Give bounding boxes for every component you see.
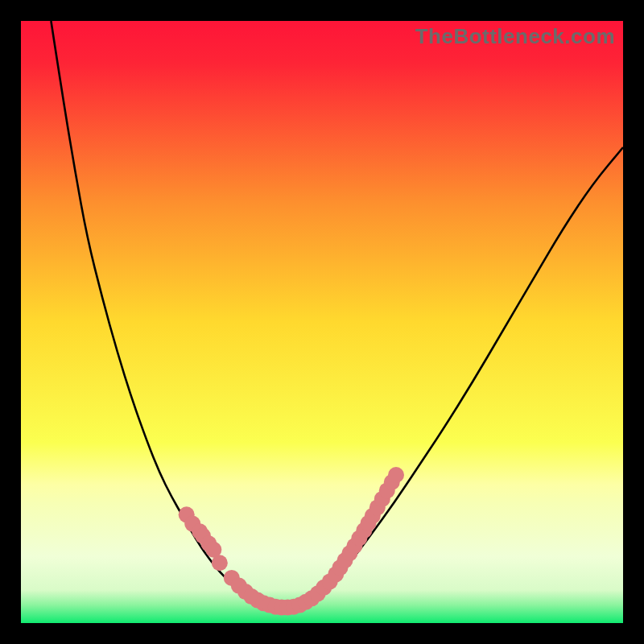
plot-area: TheBottleneck.com (21, 21, 623, 623)
dots-layer (21, 21, 623, 623)
data-dot (388, 467, 404, 483)
chart-frame: TheBottleneck.com (0, 0, 644, 644)
data-dot (212, 555, 228, 571)
watermark-label: TheBottleneck.com (415, 24, 615, 49)
dots-group (179, 467, 404, 616)
